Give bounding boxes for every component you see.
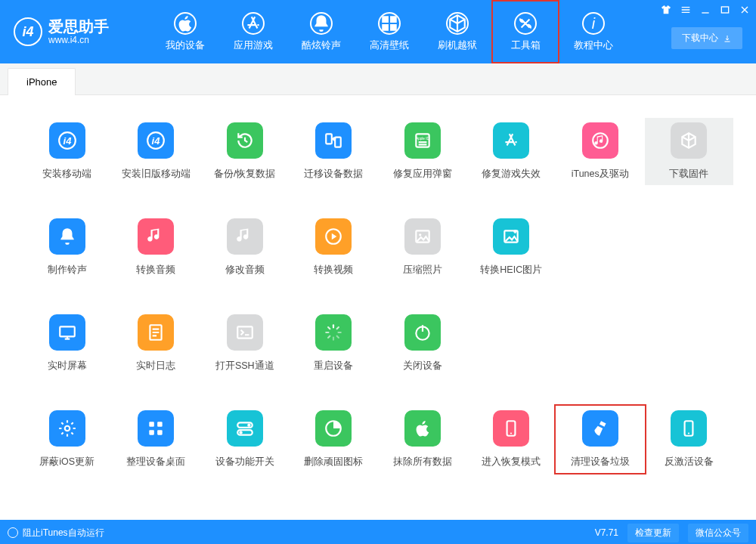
download-center-label: 下载中心 [682,32,718,45]
image-icon [404,218,441,255]
tool-item[interactable]: 迁移设备数据 [290,118,379,185]
bell-icon [310,12,333,35]
nav-my-device[interactable]: 我的设备 [151,0,219,63]
tab-iphone[interactable]: iPhone [8,68,76,95]
info-icon [582,12,605,35]
monitor-icon [49,314,85,351]
tool-grid: 安装移动端安装旧版移动端备份/恢复数据迁移设备数据修复应用弹窗修复游戏失效iTu… [0,95,756,473]
gear-icon [49,410,85,447]
log-icon [138,314,174,351]
tool-label: 进入恢复模式 [482,456,541,468]
grid-icon [138,410,174,447]
tool-label: 整理设备桌面 [126,456,185,468]
nav-label: 教程中心 [574,39,613,52]
phone-x-icon [671,410,707,447]
tool-item[interactable]: 修复游戏失效 [467,118,556,185]
nav-label: 应用游戏 [234,39,273,52]
toggle-block-itunes[interactable]: 阻止iTunes自动运行 [8,527,104,539]
tool-label: 压缩照片 [403,264,442,277]
status-bar: 阻止iTunes自动运行 V7.71 检查更新 微信公众号 [0,520,756,544]
app-logo: i4 爱思助手 www.i4.cn [0,0,151,63]
tool-item[interactable]: 删除顽固图标 [290,406,379,473]
tool-item[interactable]: 整理设备桌面 [112,406,201,473]
i4-logo-icon [49,122,85,159]
tool-item[interactable]: 实时屏幕 [23,310,112,377]
close-button[interactable] [738,3,751,17]
nav-flash[interactable]: 刷机越狱 [423,0,491,63]
nav-label: 酷炫铃声 [302,39,341,52]
menu-button[interactable] [679,3,692,17]
tool-item[interactable]: iTunes及驱动 [556,118,645,185]
nav-label: 刷机越狱 [438,39,477,52]
apple-icon [404,410,441,447]
tool-item[interactable]: 转换视频 [290,214,379,281]
app-url: www.i4.cn [48,35,109,45]
tool-label: 下载固件 [669,168,708,181]
tool-label: 删除顽固图标 [304,456,363,468]
version-label: V7.71 [595,527,618,538]
tool-item[interactable]: 制作铃声 [23,214,112,281]
tool-label: 修改音频 [225,264,265,277]
tool-label: 迁移设备数据 [304,168,363,181]
tool-label: 转换HEIC图片 [480,264,542,277]
tool-item[interactable]: 打开SSH通道 [200,310,290,377]
tool-item[interactable]: 备份/恢复数据 [200,118,290,185]
tool-label: 转换音频 [136,264,175,277]
pie-icon [315,410,352,447]
tool-label: iTunes及驱动 [572,168,629,181]
appfix-icon [493,122,529,159]
appleid-icon [404,122,441,159]
tool-item[interactable]: 反激活设备 [645,406,734,473]
tool-item[interactable]: 重启设备 [290,310,379,377]
power-icon [404,314,441,351]
download-center-button[interactable]: 下载中心 [671,27,742,49]
tool-label: 关闭设备 [403,360,442,372]
nav-tutorials[interactable]: 教程中心 [559,0,627,63]
nav-toolbox[interactable]: 工具箱 [491,0,559,63]
nav-apps[interactable]: 应用游戏 [219,0,287,63]
tool-item[interactable]: 安装移动端 [23,118,112,185]
tool-label: 转换视频 [314,264,353,277]
tool-item[interactable]: 压缩照片 [378,214,467,281]
tool-label: 安装移动端 [42,168,91,181]
tool-label: 制作铃声 [48,264,87,277]
tool-item[interactable]: 修复应用弹窗 [378,118,467,185]
clean-icon [582,410,618,447]
tool-item[interactable]: 进入恢复模式 [467,406,556,473]
nav-ringtones[interactable]: 酷炫铃声 [287,0,355,63]
tool-item[interactable]: 实时日志 [112,310,201,377]
wechat-button[interactable]: 微信公众号 [688,524,748,542]
tool-item[interactable]: 关闭设备 [378,310,467,377]
tool-item[interactable]: 转换音频 [112,214,201,281]
tool-item[interactable]: 转换HEIC图片 [467,214,556,281]
tool-item[interactable]: 修改音频 [200,214,290,281]
maximize-button[interactable] [718,3,732,17]
tool-item[interactable]: 清理设备垃圾 [556,406,645,473]
tools-icon [514,12,537,35]
nav-label: 工具箱 [511,39,541,52]
skin-button[interactable] [659,3,673,17]
tool-item[interactable]: 设备功能开关 [200,406,290,473]
device-tabbar: iPhone [0,63,756,95]
nav-wallpapers[interactable]: 高清壁纸 [355,0,423,63]
appstore-icon [242,12,265,35]
nav-label: 高清壁纸 [370,39,409,52]
check-update-button[interactable]: 检查更新 [627,524,679,542]
tool-label: 实时屏幕 [48,360,87,372]
minimize-button[interactable] [699,3,712,17]
tool-item[interactable]: 抹除所有数据 [378,406,467,473]
apple-icon [174,12,197,35]
tool-item[interactable]: 安装旧版移动端 [112,118,201,185]
play-icon [315,218,352,255]
status-left-label: 阻止iTunes自动运行 [23,527,104,539]
tool-label: 抹除所有数据 [393,456,452,468]
tool-item[interactable]: 屏蔽iOS更新 [23,406,112,473]
transfer-icon [315,122,352,159]
download-icon [723,34,732,43]
tool-item[interactable]: 下载固件 [645,118,734,185]
tool-label: 清理设备垃圾 [571,456,630,468]
tool-label: 实时日志 [136,360,175,372]
music-edit-icon [227,218,263,255]
radio-off-icon [8,527,18,538]
tool-label: 备份/恢复数据 [214,168,275,181]
